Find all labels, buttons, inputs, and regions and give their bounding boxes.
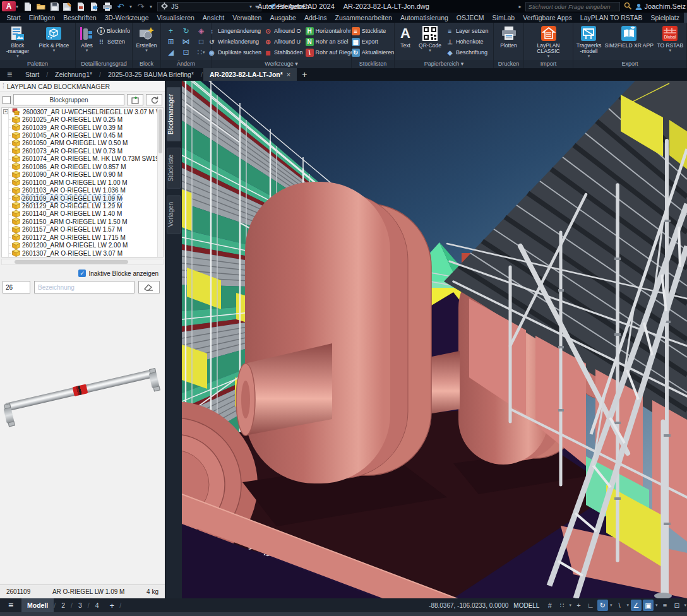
allround-o-button[interactable]: ⊙Allround O [264, 26, 303, 36]
block-item[interactable]: +2600307_AR U-WECHSELRIEGEL LW 3.07 M VE… [2, 108, 163, 116]
isodraft-icon[interactable]: \ [614, 600, 624, 611]
isodraft-caret-icon[interactable]: ▾ [626, 603, 629, 608]
drawing-tab-ar-2023-82-la-lt-jon-[interactable]: AR-2023-82-LA-LT-Jon*× [203, 68, 297, 81]
ribbon-tab-add-ins[interactable]: Add-ins [300, 13, 331, 23]
layout-tab-2[interactable]: 2 [56, 598, 71, 612]
polar-tracking-icon[interactable]: ↻ [597, 600, 608, 611]
clear-filter-button[interactable] [138, 281, 160, 293]
stückliste-button[interactable]: ≡Stückliste [352, 26, 395, 36]
drawing-viewport[interactable] [182, 81, 687, 598]
ribbon-tab-3d-werkzeuge[interactable]: 3D-Werkzeuge [100, 13, 153, 23]
ribbon-tab-automatisierung[interactable]: Automatisierung [396, 13, 452, 23]
winkeländerung-button[interactable]: ↺Winkeländerung [208, 37, 261, 47]
block-item[interactable]: 2601045_AR O-RIEGEL LW 0.45 M [2, 131, 163, 139]
workspace-selector[interactable]: JS ▾ ▾▾ [157, 2, 261, 11]
fillet-icon[interactable]: ◢ [164, 47, 179, 57]
höhenkote-button[interactable]: ⊥Höhenkote [446, 37, 489, 47]
object-snap-icon[interactable]: ▣ [643, 600, 654, 611]
ribbon-tab-spielplatz[interactable]: Spielplatz [647, 13, 684, 23]
plot-stamp-icon[interactable] [76, 2, 85, 11]
ortho-mode-icon[interactable]: ∟ [585, 600, 596, 611]
mirror-icon[interactable]: ⋈ [179, 36, 194, 47]
block-item[interactable]: 2601150_ARM O-RIEGEL LW 1.50 M [2, 218, 163, 225]
open-folder-icon[interactable] [37, 2, 45, 11]
block-item[interactable]: 2601100_ARM O-RIEGEL LW 1.00 M [2, 179, 163, 186]
block-item[interactable]: 2601200_ARM O-RIEGEL LW 2.00 M [2, 241, 163, 249]
block-item[interactable]: 2601140_AR O-RIEGEL LW 1.40 M [2, 210, 163, 218]
alles-button[interactable]: Alles ▾ [78, 24, 96, 60]
search-input[interactable] [525, 2, 620, 11]
lineweight-icon[interactable]: ≡ [659, 600, 670, 611]
plotten-button[interactable]: Plotten [500, 24, 517, 60]
show-inactive-checkbox[interactable]: ✓ [78, 270, 86, 277]
export-button[interactable]: ▦Export [352, 37, 395, 47]
sim2field-button[interactable]: SIM2FIELD XR APP [605, 24, 654, 60]
layout-tab-3[interactable]: 3 [73, 598, 88, 612]
new-drawing-tab-button[interactable]: + [302, 69, 307, 80]
block-item[interactable]: 2601103_AR O-RIEGEL LW 1.036 M [2, 186, 163, 194]
new-file-icon[interactable] [23, 2, 32, 11]
block-item[interactable]: 2601157_AR O-RIEGEL LW 1.57 M [2, 226, 163, 234]
block-item[interactable]: 2601073_AR O-RIEGEL LW 0.73 M [2, 147, 163, 155]
refresh-button[interactable] [146, 94, 162, 105]
print-icon[interactable] [103, 2, 112, 11]
undo-icon[interactable]: ↶ [116, 2, 125, 11]
ribbon-tab-verwalten[interactable]: Verwalten [229, 13, 266, 23]
undo-caret-icon[interactable]: ▾ [129, 4, 132, 9]
move-icon[interactable]: + [164, 25, 179, 36]
save-icon[interactable] [50, 2, 59, 11]
ribbon-tab-zusammenarbeiten[interactable]: Zusammenarbeiten [331, 13, 396, 23]
object-snap-tracking-icon[interactable]: ∠ [631, 600, 642, 611]
ribbon-tab-layplan-cad[interactable]: LayPLAN CAD [684, 13, 687, 23]
side-tab-vorlagen[interactable]: Vorlagen [167, 195, 181, 234]
blockmanager-button[interactable]: Block -manager ▾ [6, 24, 29, 60]
filter-number-input[interactable] [3, 281, 30, 293]
to-rstab-button[interactable]: Dlubal TO RSTAB ▾ [657, 24, 683, 60]
ribbon-tab-einfügen[interactable]: Einfügen [25, 13, 59, 23]
block-item[interactable]: 2601025_AR O-RIEGEL LW 0.25 M [2, 116, 163, 123]
palette-titlebar[interactable]: ⁞ LAYPLAN CAD BLOCKMANAGER [0, 81, 165, 92]
object-snap-caret-icon[interactable]: ▾ [655, 603, 658, 608]
polar-tracking-caret-icon[interactable]: ▾ [610, 603, 612, 608]
filter-name-input[interactable] [34, 281, 134, 293]
blockinfo-button[interactable]: i BlockInfo [97, 26, 130, 36]
expand-icon[interactable]: + [3, 109, 8, 114]
erstellen-button[interactable]: Erstellen ▾ [136, 24, 157, 60]
ribbon-tab-simlab[interactable]: SimLab [488, 13, 519, 23]
search-expand-icon[interactable]: ▸ [519, 4, 522, 9]
block-item[interactable]: 2601307_AR O-RIEGEL LW 3.07 M [2, 249, 163, 257]
pick-and-place-button[interactable]: Pick & Place ▾ [39, 24, 69, 60]
copy-icon[interactable]: ⊞ [164, 36, 179, 47]
snap-mode-caret-icon[interactable]: ▾ [569, 603, 571, 608]
array-icon[interactable]: ∷▾ [194, 47, 209, 57]
ribbon-tab-ausgabe[interactable]: Ausgabe [266, 13, 300, 23]
qr-code-button[interactable]: QR-Code ▾ [415, 24, 445, 60]
horizontalrohr-button[interactable]: HHorizontalrohr [306, 26, 355, 36]
layout-tab-4[interactable]: 4 [90, 598, 105, 612]
offset-icon[interactable]: ⊡ [179, 47, 194, 57]
längenänderung-button[interactable]: ↕Längenänderung [208, 26, 261, 36]
aktualisieren-button[interactable]: ↻Aktualisieren [352, 47, 395, 57]
save-as-icon[interactable] [63, 2, 72, 11]
block-item[interactable]: 2601086_AR O-RIEGEL LW 0.857 M [2, 163, 163, 170]
layplan-classic-button[interactable]: LayPLAN CLASSIC ▾ [526, 24, 571, 60]
group-label-papierbereich[interactable]: Papierbereich ▾ [395, 60, 493, 68]
share-button[interactable]: Freigeben [268, 3, 309, 10]
isolate-objects-icon[interactable]: ⊡ [671, 600, 682, 611]
search-icon[interactable] [624, 2, 631, 11]
allround-u-button[interactable]: ⊕Allround U [264, 37, 303, 47]
ribbon-tab-beschriften[interactable]: Beschriften [59, 13, 101, 23]
autocad-logo-icon[interactable]: A [2, 1, 16, 11]
ribbon-tab-layplan-to-rstab[interactable]: LayPLAN TO RSTAB [576, 13, 647, 23]
block-item[interactable]: 2601050_ARM O-RIEGEL LW 0.50 M [2, 139, 163, 147]
tree-horizontal-scrollbar[interactable] [1, 259, 164, 265]
export-dwg-icon[interactable] [90, 2, 99, 11]
tree-vertical-scrollbar[interactable] [157, 108, 163, 257]
block-item[interactable]: 2601090_AR O-RIEGEL LW 0.90 M [2, 171, 163, 179]
drawing-tab-zeichnung1-[interactable]: Zeichnung1* [49, 68, 99, 81]
layout-menu-icon[interactable]: ≡ [0, 600, 21, 610]
file-tab-menu-icon[interactable]: ≡ [0, 69, 19, 80]
blockgruppen-selector[interactable]: Blockgruppen [13, 94, 124, 105]
grid-display-icon[interactable]: # [544, 600, 555, 611]
ribbon-tab-start[interactable]: Start [3, 13, 25, 23]
